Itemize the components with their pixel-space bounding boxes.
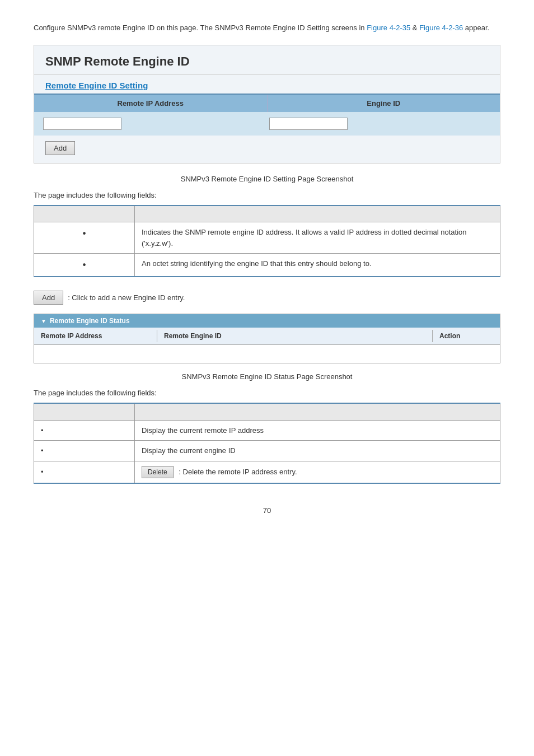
snmp-box-title: SNMP Remote Engine ID xyxy=(34,45,500,75)
status-col-remote-ip: Remote IP Address xyxy=(34,330,157,342)
fields-label-1: The page includes the following fields: xyxy=(34,191,500,199)
status-col-action: Action xyxy=(433,330,500,342)
bullet-cell-3: • xyxy=(34,420,135,441)
bullet-cell-2: • xyxy=(34,254,135,277)
bullet-cell-1: • xyxy=(34,222,135,254)
table-row: • Display the current engine ID xyxy=(34,441,500,461)
header-col1-2 xyxy=(34,403,135,420)
bullet-cell-4: • xyxy=(34,441,135,461)
status-table-header: Remote IP Address Remote Engine ID Actio… xyxy=(34,328,500,345)
engine-id-input[interactable] xyxy=(269,118,348,130)
snmp-table-data-row xyxy=(34,112,500,136)
intro-paragraph: Configure SNMPv3 remote Engine ID on thi… xyxy=(34,22,500,34)
remote-ip-input[interactable] xyxy=(43,118,121,130)
status-body xyxy=(34,345,500,363)
fields-table-1: • Indicates the SNMP remote engine ID ad… xyxy=(34,205,500,278)
header-col2 xyxy=(135,206,500,222)
triangle-icon: ▼ xyxy=(41,318,46,324)
table-row: • Display the current remote IP address xyxy=(34,420,500,441)
delete-button[interactable]: Delete xyxy=(142,466,174,478)
snmp-table-header: Remote IP Address Engine ID xyxy=(34,94,500,112)
bullet-cell-5: • xyxy=(34,461,135,483)
caption-1: SNMPv3 Remote Engine ID Setting Page Scr… xyxy=(34,175,500,183)
figure-link-1[interactable]: Figure 4-2-35 xyxy=(367,24,410,32)
header-col2-2 xyxy=(135,403,500,420)
table-row-header-2 xyxy=(34,403,500,420)
add-annotation: Add : Click to add a new Engine ID entry… xyxy=(34,291,500,305)
description-5: Delete : Delete the remote IP address en… xyxy=(135,461,500,483)
snmp-remote-engine-id-box: SNMP Remote Engine ID Remote Engine ID S… xyxy=(34,45,500,164)
add-button-wrapper: Add xyxy=(34,136,500,163)
status-box-header: ▼ Remote Engine ID Status xyxy=(34,314,500,328)
remote-engine-id-status-box: ▼ Remote Engine ID Status Remote IP Addr… xyxy=(34,314,500,363)
description-4: Display the current engine ID xyxy=(135,441,500,461)
add-button[interactable]: Add xyxy=(45,141,75,155)
figure-link-2[interactable]: Figure 4-2-36 xyxy=(419,24,463,32)
engine-id-cell xyxy=(267,116,493,131)
fields-label-2: The page includes the following fields: xyxy=(34,389,500,397)
col-header-engine-id: Engine ID xyxy=(268,95,500,112)
page-number: 70 xyxy=(34,506,500,515)
remote-ip-cell xyxy=(41,116,267,131)
status-col-remote-engine-id: Remote Engine ID xyxy=(157,330,433,342)
description-2: An octet string identifying the engine I… xyxy=(135,254,500,277)
add-annotation-button[interactable]: Add xyxy=(34,291,63,305)
status-box-header-title: Remote Engine ID Status xyxy=(50,317,130,325)
header-col1 xyxy=(34,206,135,222)
table-row-header xyxy=(34,206,500,222)
add-annotation-text: : Click to add a new Engine ID entry. xyxy=(68,293,185,302)
table-row: • An octet string identifying the engine… xyxy=(34,254,500,277)
table-row: • Indicates the SNMP remote engine ID ad… xyxy=(34,222,500,254)
caption-2: SNMPv3 Remote Engine ID Status Page Scre… xyxy=(34,372,500,381)
fields-table-2: • Display the current remote IP address … xyxy=(34,403,500,484)
table-row: • Delete : Delete the remote IP address … xyxy=(34,461,500,483)
delete-description: : Delete the remote IP address entry. xyxy=(179,468,297,476)
description-1: Indicates the SNMP remote engine ID addr… xyxy=(135,222,500,254)
snmp-section-title: Remote Engine ID Setting xyxy=(34,75,500,94)
col-header-remote-ip: Remote IP Address xyxy=(34,95,268,112)
description-3: Display the current remote IP address xyxy=(135,420,500,441)
